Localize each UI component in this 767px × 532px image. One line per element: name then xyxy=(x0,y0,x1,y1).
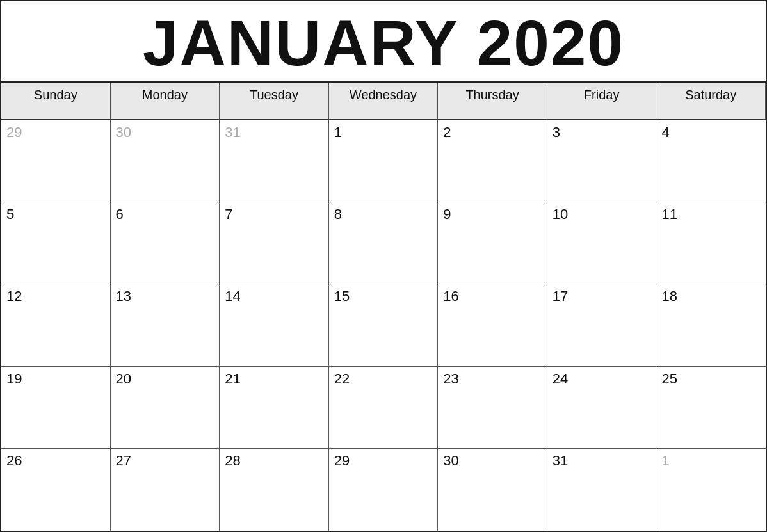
day-cell[interactable]: 6 xyxy=(111,202,220,284)
day-number: 23 xyxy=(443,371,458,387)
day-number: 27 xyxy=(116,453,131,469)
day-number: 25 xyxy=(661,371,677,387)
day-cell[interactable]: 31 xyxy=(220,120,329,202)
day-header-tuesday: Tuesday xyxy=(220,83,329,120)
day-number: 10 xyxy=(553,206,568,222)
day-cell[interactable]: 8 xyxy=(329,202,439,284)
day-number: 1 xyxy=(661,453,669,469)
day-cell[interactable]: 7 xyxy=(220,202,329,284)
day-cell[interactable]: 3 xyxy=(547,120,657,202)
day-cell[interactable]: 29 xyxy=(329,449,439,531)
day-header-thursday: Thursday xyxy=(438,83,547,120)
day-cell[interactable]: 19 xyxy=(1,367,111,449)
day-number: 14 xyxy=(225,288,240,304)
day-number: 31 xyxy=(553,453,568,469)
day-cell[interactable]: 13 xyxy=(111,284,220,366)
day-number: 31 xyxy=(225,124,240,140)
day-cell[interactable]: 23 xyxy=(438,367,547,449)
day-cell[interactable]: 27 xyxy=(111,449,220,531)
day-header-saturday: Saturday xyxy=(656,83,766,120)
day-number: 13 xyxy=(116,288,131,304)
day-cell[interactable]: 25 xyxy=(656,367,766,449)
day-header-sunday: Sunday xyxy=(1,83,111,120)
day-number: 26 xyxy=(6,453,22,469)
day-number: 30 xyxy=(116,124,131,140)
day-cell[interactable]: 12 xyxy=(1,284,111,366)
day-number: 21 xyxy=(225,371,240,387)
day-header-monday: Monday xyxy=(111,83,220,120)
day-cell[interactable]: 4 xyxy=(656,120,766,202)
day-cell[interactable]: 1 xyxy=(656,449,766,531)
calendar-title: JANUARY 2020 xyxy=(1,1,766,81)
day-cell[interactable]: 24 xyxy=(547,367,657,449)
calendar-grid: SundayMondayTuesdayWednesdayThursdayFrid… xyxy=(1,81,766,531)
day-header-friday: Friday xyxy=(547,83,657,120)
day-cell[interactable]: 22 xyxy=(329,367,439,449)
day-cell[interactable]: 20 xyxy=(111,367,220,449)
day-cell[interactable]: 30 xyxy=(111,120,220,202)
day-cell[interactable]: 5 xyxy=(1,202,111,284)
day-cell[interactable]: 31 xyxy=(547,449,657,531)
day-number: 12 xyxy=(6,288,22,304)
day-number: 22 xyxy=(334,371,350,387)
day-cell[interactable]: 28 xyxy=(220,449,329,531)
day-cell[interactable]: 9 xyxy=(438,202,547,284)
day-cell[interactable]: 16 xyxy=(438,284,547,366)
day-number: 29 xyxy=(6,124,22,140)
day-number: 29 xyxy=(334,453,350,469)
day-number: 5 xyxy=(6,206,14,222)
day-number: 19 xyxy=(6,371,22,387)
day-number: 7 xyxy=(225,206,232,222)
day-number: 4 xyxy=(661,124,669,140)
day-cell[interactable]: 11 xyxy=(656,202,766,284)
day-cell[interactable]: 21 xyxy=(220,367,329,449)
day-cell[interactable]: 2 xyxy=(438,120,547,202)
day-cell[interactable]: 30 xyxy=(438,449,547,531)
day-cell[interactable]: 14 xyxy=(220,284,329,366)
day-number: 3 xyxy=(553,124,560,140)
day-number: 24 xyxy=(553,371,568,387)
day-number: 9 xyxy=(443,206,451,222)
day-number: 15 xyxy=(334,288,350,304)
day-number: 8 xyxy=(334,206,342,222)
day-cell[interactable]: 26 xyxy=(1,449,111,531)
day-number: 1 xyxy=(334,124,342,140)
day-cell[interactable]: 17 xyxy=(547,284,657,366)
day-cell[interactable]: 10 xyxy=(547,202,657,284)
day-header-wednesday: Wednesday xyxy=(329,83,439,120)
day-number: 28 xyxy=(225,453,240,469)
day-cell[interactable]: 1 xyxy=(329,120,439,202)
day-cell[interactable]: 15 xyxy=(329,284,439,366)
calendar: JANUARY 2020 SundayMondayTuesdayWednesda… xyxy=(0,0,767,532)
day-number: 20 xyxy=(116,371,131,387)
day-cell[interactable]: 29 xyxy=(1,120,111,202)
day-number: 11 xyxy=(661,206,677,222)
day-number: 2 xyxy=(443,124,451,140)
day-number: 16 xyxy=(443,288,458,304)
day-number: 30 xyxy=(443,453,458,469)
day-number: 17 xyxy=(553,288,568,304)
day-number: 6 xyxy=(116,206,124,222)
day-cell[interactable]: 18 xyxy=(656,284,766,366)
day-number: 18 xyxy=(661,288,677,304)
